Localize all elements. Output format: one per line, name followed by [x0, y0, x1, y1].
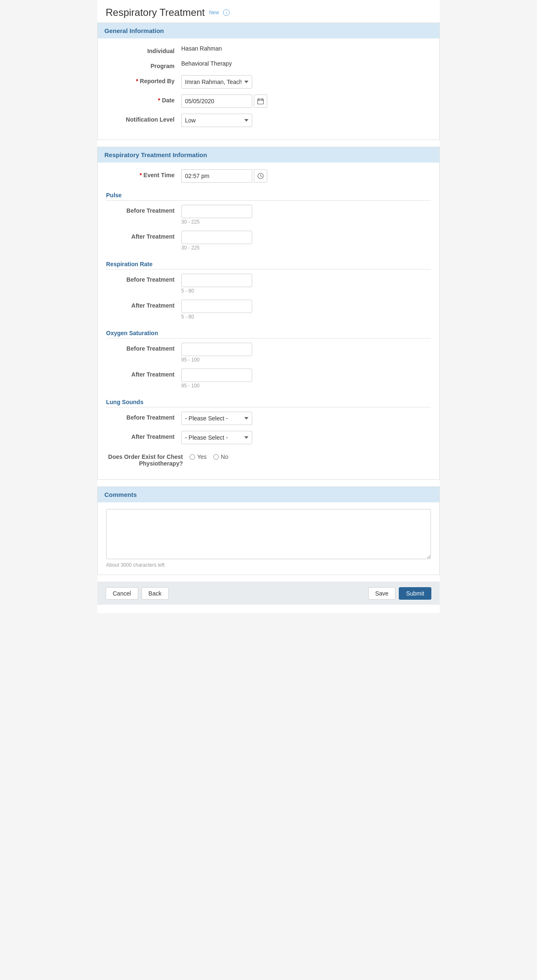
lung-before-wrap: - Please Select - Clear Wheezing Crackle…	[181, 412, 431, 425]
date-input[interactable]	[181, 94, 252, 108]
chest-no-text: No	[221, 453, 228, 460]
pulse-before-hint: 30 - 225	[181, 219, 431, 225]
comments-body: About 3000 characters left	[98, 502, 439, 575]
chest-yes-radio[interactable]	[190, 454, 195, 460]
oxy-before-input[interactable]	[181, 343, 252, 356]
date-wrap	[181, 94, 431, 108]
date-row: Date	[106, 94, 431, 108]
save-button[interactable]: Save	[368, 587, 396, 600]
event-time-row: Event Time	[106, 169, 431, 183]
submit-button[interactable]: Submit	[399, 587, 431, 600]
resp-after-row: After Treatment 5 - 80	[106, 300, 431, 320]
resp-after-input[interactable]	[181, 300, 252, 313]
svg-line-6	[261, 176, 262, 177]
footer-left: Cancel Back	[106, 587, 169, 600]
individual-value: Hasan Rahman	[181, 43, 222, 52]
date-label: Date	[106, 94, 181, 104]
chest-yes-label[interactable]: Yes	[190, 453, 207, 460]
comments-hint: About 3000 characters left	[106, 562, 431, 568]
resp-after-label: After Treatment	[106, 300, 181, 309]
back-button[interactable]: Back	[142, 587, 169, 600]
lung-after-row: After Treatment - Please Select - Clear …	[106, 431, 431, 444]
oxy-before-wrap: 95 - 100	[181, 343, 431, 363]
svg-rect-0	[258, 99, 263, 104]
resp-before-hint: 5 - 80	[181, 288, 431, 294]
resp-after-hint: 5 - 80	[181, 314, 431, 320]
reported-by-wrap: Imran Rahman, Teacher	[181, 75, 431, 89]
lung-before-select[interactable]: - Please Select - Clear Wheezing Crackle…	[181, 412, 252, 425]
pulse-after-hint: 30 - 225	[181, 245, 431, 251]
footer-bar: Cancel Back Save Submit	[97, 582, 440, 605]
comments-title: Comments	[104, 491, 137, 498]
comments-header: Comments	[98, 487, 439, 502]
event-time-wrap	[181, 169, 431, 183]
oxygen-title: Oxygen Saturation	[106, 326, 431, 339]
pulse-after-row: After Treatment 30 - 225	[106, 231, 431, 251]
resp-after-wrap: 5 - 80	[181, 300, 431, 320]
title-text: Respiratory Treatment	[106, 7, 205, 18]
comments-textarea[interactable]	[106, 509, 431, 559]
program-label: Program	[106, 60, 181, 69]
oxygen-subsection: Oxygen Saturation Before Treatment 95 - …	[106, 326, 431, 389]
individual-label: Individual	[106, 45, 181, 54]
oxy-before-label: Before Treatment	[106, 343, 181, 352]
pulse-before-wrap: 30 - 225	[181, 205, 431, 225]
reported-by-row: Reported By Imran Rahman, Teacher	[106, 75, 431, 89]
chest-physio-wrap: Yes No	[190, 451, 431, 460]
chest-no-radio[interactable]	[213, 454, 219, 460]
resp-before-wrap: 5 - 80	[181, 274, 431, 294]
pulse-title: Pulse	[106, 188, 431, 201]
notification-row: Notification Level Low Medium High	[106, 114, 431, 127]
clock-icon	[257, 173, 264, 179]
calendar-button[interactable]	[254, 94, 267, 108]
chest-physio-row: Does Order Exist for Chest Physiotherapy…	[106, 451, 431, 467]
pulse-before-row: Before Treatment 30 - 225	[106, 205, 431, 225]
respiratory-info-section: Respiratory Treatment Information Event …	[97, 147, 440, 480]
general-info-header: General Information	[98, 23, 439, 38]
info-icon[interactable]: i	[223, 9, 230, 16]
respiration-subsection: Respiration Rate Before Treatment 5 - 80…	[106, 257, 431, 320]
respiration-title: Respiration Rate	[106, 257, 431, 270]
resp-before-row: Before Treatment 5 - 80	[106, 274, 431, 294]
event-time-input[interactable]	[181, 169, 252, 183]
respiratory-info-header: Respiratory Treatment Information	[98, 147, 439, 163]
reported-by-label: Reported By	[106, 75, 181, 84]
chest-no-label[interactable]: No	[213, 453, 228, 460]
oxy-after-row: After Treatment 95 - 100	[106, 369, 431, 389]
chest-physio-radio-group: Yes No	[190, 451, 431, 460]
reported-by-select[interactable]: Imran Rahman, Teacher	[181, 75, 252, 89]
pulse-before-input[interactable]	[181, 205, 252, 218]
respiratory-info-title: Respiratory Treatment Information	[104, 151, 207, 158]
chest-physio-label: Does Order Exist for Chest Physiotherapy…	[106, 451, 190, 467]
pulse-before-label: Before Treatment	[106, 205, 181, 214]
program-value-wrap: Behavioral Therapy	[181, 60, 431, 67]
lung-before-label: Before Treatment	[106, 412, 181, 421]
cancel-button[interactable]: Cancel	[106, 587, 138, 600]
general-info-body: Individual Hasan Rahman Program Behavior…	[98, 38, 439, 140]
program-value: Behavioral Therapy	[181, 58, 232, 67]
oxy-after-label: After Treatment	[106, 369, 181, 378]
calendar-icon	[257, 98, 264, 104]
resp-before-label: Before Treatment	[106, 274, 181, 283]
date-input-wrap	[181, 94, 431, 108]
pulse-after-input[interactable]	[181, 231, 252, 244]
oxy-after-input[interactable]	[181, 369, 252, 382]
notification-wrap: Low Medium High	[181, 114, 431, 127]
general-information-section: General Information Individual Hasan Rah…	[97, 23, 440, 140]
oxy-before-row: Before Treatment 95 - 100	[106, 343, 431, 363]
resp-before-input[interactable]	[181, 274, 252, 287]
lung-subsection: Lung Sounds Before Treatment - Please Se…	[106, 395, 431, 444]
time-input-wrap	[181, 169, 431, 183]
clock-button[interactable]	[254, 169, 267, 183]
respiratory-info-body: Event Time	[98, 163, 439, 479]
lung-after-select[interactable]: - Please Select - Clear Wheezing Crackle…	[181, 431, 252, 444]
lung-title: Lung Sounds	[106, 395, 431, 407]
notification-select[interactable]: Low Medium High	[181, 114, 252, 127]
individual-row: Individual Hasan Rahman	[106, 45, 431, 54]
new-badge: New	[209, 10, 219, 15]
event-time-label: Event Time	[106, 169, 181, 178]
oxy-before-hint: 95 - 100	[181, 357, 431, 363]
comments-section: Comments About 3000 characters left	[97, 486, 440, 575]
general-info-title: General Information	[104, 27, 164, 34]
lung-after-wrap: - Please Select - Clear Wheezing Crackle…	[181, 431, 431, 444]
